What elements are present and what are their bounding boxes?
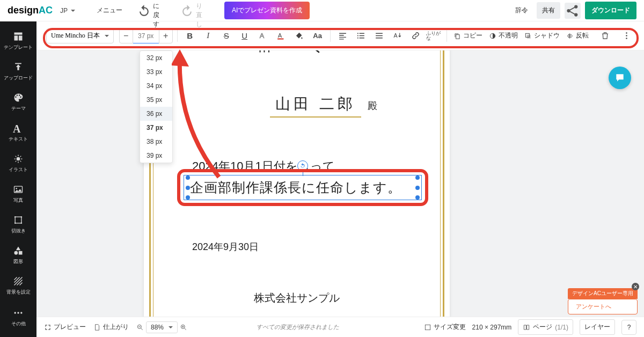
size-option[interactable]: 34 px <box>140 79 172 93</box>
list-icon <box>356 31 365 40</box>
more-button[interactable] <box>618 28 634 44</box>
svg-text:A: A <box>260 32 265 40</box>
finish-button[interactable]: 仕上がり <box>93 323 129 332</box>
size-option[interactable]: 35 px <box>140 93 172 107</box>
sidebar-label: その他 <box>11 320 26 327</box>
selection-handle[interactable] <box>415 175 420 180</box>
sidebar-item-crop[interactable]: 切抜き <box>0 209 36 240</box>
size-option[interactable]: 39 px <box>140 149 172 163</box>
font-size-decrease[interactable]: − <box>119 28 133 43</box>
menu-button[interactable]: メニュー <box>97 6 122 15</box>
size-option[interactable]: 33 px <box>140 65 172 79</box>
bold-button[interactable]: B <box>182 28 198 44</box>
align-left-button[interactable] <box>335 28 351 44</box>
selection-handle[interactable] <box>415 195 420 200</box>
sidebar-item-text[interactable]: Aテキスト <box>0 118 36 148</box>
preview-button[interactable]: プレビュー <box>44 323 86 332</box>
sidebar-item-other[interactable]: その他 <box>0 302 36 333</box>
sidebar-item-photo[interactable]: 写真 <box>0 179 36 209</box>
doc-title[interactable]: 辞 令 <box>176 50 418 56</box>
download-button[interactable]: ダウンロード <box>585 2 636 19</box>
layer-button[interactable]: レイヤー <box>580 319 615 335</box>
doc-issue-date[interactable]: 2024年9月30日 <box>192 240 418 253</box>
size-option[interactable]: 32 px <box>140 51 172 65</box>
share-icon-button[interactable] <box>565 3 581 19</box>
text-color-button[interactable]: A <box>273 28 289 44</box>
canvas-area[interactable]: 辞 令 山田 二郎 殿 2024年10月1日付をもって 企画部制作課係長に任命し… <box>36 50 644 317</box>
palette-icon <box>13 92 24 103</box>
resize-button[interactable]: サイズ変更 <box>424 323 466 332</box>
copy-button[interactable]: コピー <box>451 31 485 40</box>
svg-point-8 <box>16 188 17 189</box>
selection-handle[interactable] <box>186 195 190 200</box>
template-icon <box>13 31 24 42</box>
sidebar-label: 切抜き <box>11 228 26 235</box>
ruby-button[interactable]: ふりがな <box>426 28 442 44</box>
ruby-label: ふりがな <box>426 31 442 41</box>
size-option[interactable]: 36 px <box>140 107 172 121</box>
svg-rect-15 <box>19 251 23 255</box>
share-button[interactable]: 共有 <box>537 2 560 19</box>
font-size-input[interactable] <box>133 28 159 43</box>
chat-fab[interactable] <box>609 67 631 89</box>
logo[interactable]: designAC <box>8 5 53 16</box>
font-size-dropdown[interactable]: 32 px 33 px 34 px 35 px 36 px 37 px 38 p… <box>140 50 173 163</box>
doc-selected-text[interactable]: 企画部制作課係長に任命します。 <box>188 178 418 197</box>
size-option[interactable]: 38 px <box>140 135 172 149</box>
zoom-out-icon[interactable] <box>136 324 144 331</box>
text-icon: A <box>13 123 24 134</box>
bottom-bar: プレビュー 仕上がり 88% すべての変更が保存されました サイズ変更 210 … <box>36 317 644 337</box>
sidebar-item-illust[interactable]: イラスト <box>0 148 36 179</box>
svg-rect-29 <box>526 34 530 38</box>
font-family-selector[interactable]: Ume Mincho 日本 <box>46 28 114 43</box>
spacing-button[interactable] <box>371 28 387 44</box>
survey-tag: デザインACユーザー専用 <box>568 288 638 299</box>
survey-close[interactable]: ✕ <box>632 283 639 290</box>
sidebar-label: イラスト <box>9 166 28 173</box>
strike-button[interactable]: S <box>218 28 235 44</box>
zoom-in-icon[interactable] <box>180 324 187 331</box>
svg-rect-3 <box>14 33 23 35</box>
selection-handle[interactable] <box>186 175 190 180</box>
italic-button[interactable]: I <box>200 28 216 44</box>
opacity-button[interactable]: 不透明 <box>487 31 520 40</box>
shadow-button[interactable]: シャドウ <box>522 31 562 40</box>
size-option-current[interactable]: 37 px <box>140 121 172 135</box>
document-page[interactable]: 辞 令 山田 二郎 殿 2024年10月1日付をもって 企画部制作課係長に任命し… <box>144 50 450 317</box>
selection-rotate-handle[interactable] <box>297 160 308 171</box>
sidebar-item-shape[interactable]: 図形 <box>0 240 36 270</box>
svg-point-31 <box>626 35 627 36</box>
selection-handle[interactable] <box>415 186 420 190</box>
svg-rect-4 <box>14 35 18 40</box>
svg-point-32 <box>626 38 627 39</box>
text-outline-button[interactable]: A <box>255 28 271 44</box>
language-selector[interactable]: JP <box>60 7 75 14</box>
sidebar-item-theme[interactable]: テーマ <box>0 87 36 118</box>
page-selector[interactable]: ページ(1/1) <box>518 319 573 335</box>
logo-text: design <box>8 5 39 16</box>
sidebar-item-background[interactable]: 背景を設定 <box>0 270 36 301</box>
sidebar-item-template[interactable]: テンプレート <box>0 26 36 56</box>
zoom-select[interactable]: 88% <box>146 321 178 333</box>
font-size-increase[interactable]: + <box>159 28 173 43</box>
ai-presentation-button[interactable]: AIでプレゼン資料を作成 <box>224 2 310 19</box>
underline-button[interactable]: U <box>237 28 253 44</box>
doc-company[interactable]: 株式会社サンプル <box>176 291 418 305</box>
selection-handle[interactable] <box>186 186 190 190</box>
vertical-text-button[interactable]: A <box>390 28 406 44</box>
help-button[interactable]: ? <box>621 320 636 335</box>
delete-button[interactable] <box>597 28 613 44</box>
doc-recipient-suffix[interactable]: 殿 <box>368 99 377 112</box>
list-button[interactable] <box>353 28 369 44</box>
doc-selected-text-content: 企画部制作課係長に任命します。 <box>190 180 401 195</box>
flip-button[interactable]: 反転 <box>564 31 591 40</box>
text-case-button[interactable]: Aa <box>310 28 326 44</box>
svg-point-18 <box>20 312 22 313</box>
survey-link[interactable]: アンケートへ <box>568 299 638 314</box>
link-button[interactable] <box>408 28 424 44</box>
fill-color-button[interactable] <box>291 28 308 44</box>
jirei-link[interactable]: 辞令 <box>511 3 532 18</box>
svg-point-16 <box>14 312 16 313</box>
doc-recipient-name[interactable]: 山田 二郎 <box>270 94 361 118</box>
sidebar-item-upload[interactable]: アップロード <box>0 56 36 87</box>
